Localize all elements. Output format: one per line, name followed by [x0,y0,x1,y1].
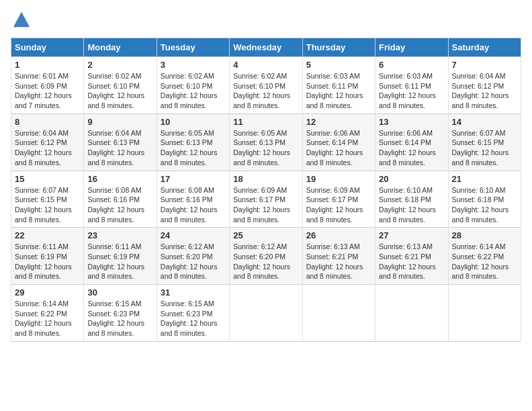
day-number: 25 [233,230,298,240]
calendar-cell: 12 Sunrise: 6:06 AM Sunset: 6:14 PM Dayl… [302,113,375,171]
day-number: 28 [452,230,517,240]
calendar-week-row: 15 Sunrise: 6:07 AM Sunset: 6:15 PM Dayl… [11,171,521,228]
calendar-cell: 18 Sunrise: 6:09 AM Sunset: 6:17 PM Dayl… [230,171,302,228]
calendar-cell: 20 Sunrise: 6:10 AM Sunset: 6:18 PM Dayl… [375,171,448,228]
day-info: Sunrise: 6:13 AM Sunset: 6:21 PM Dayligh… [306,242,371,281]
calendar-cell: 17 Sunrise: 6:08 AM Sunset: 6:16 PM Dayl… [157,171,229,228]
day-number: 18 [233,174,298,184]
day-number: 14 [452,117,517,127]
day-info: Sunrise: 6:12 AM Sunset: 6:20 PM Dayligh… [161,242,226,281]
day-info: Sunrise: 6:09 AM Sunset: 6:17 PM Dayligh… [233,185,298,225]
calendar-cell [375,285,448,342]
day-info: Sunrise: 6:06 AM Sunset: 6:14 PM Dayligh… [306,128,371,168]
calendar-week-row: 8 Sunrise: 6:04 AM Sunset: 6:12 PM Dayli… [11,113,521,171]
calendar-cell: 23 Sunrise: 6:11 AM Sunset: 6:19 PM Dayl… [84,228,157,285]
day-number: 9 [87,117,152,127]
calendar-cell: 5 Sunrise: 6:03 AM Sunset: 6:11 PM Dayli… [302,57,375,114]
col-header-monday: Monday [84,38,157,57]
col-header-friday: Friday [375,38,448,57]
day-info: Sunrise: 6:08 AM Sunset: 6:16 PM Dayligh… [87,185,152,225]
col-header-thursday: Thursday [302,38,375,57]
calendar-cell: 28 Sunrise: 6:14 AM Sunset: 6:22 PM Dayl… [448,228,521,285]
calendar-cell: 30 Sunrise: 6:15 AM Sunset: 6:23 PM Dayl… [84,285,157,342]
calendar-cell: 10 Sunrise: 6:05 AM Sunset: 6:13 PM Dayl… [157,113,229,171]
day-info: Sunrise: 6:11 AM Sunset: 6:19 PM Dayligh… [15,242,80,281]
day-number: 31 [161,287,226,298]
col-header-saturday: Saturday [448,38,521,57]
day-number: 17 [161,174,226,184]
day-number: 30 [87,287,152,298]
day-number: 24 [161,230,226,240]
calendar-cell: 27 Sunrise: 6:13 AM Sunset: 6:21 PM Dayl… [375,228,448,285]
day-number: 22 [15,230,80,240]
calendar-cell: 7 Sunrise: 6:04 AM Sunset: 6:12 PM Dayli… [448,57,521,114]
day-info: Sunrise: 6:10 AM Sunset: 6:18 PM Dayligh… [452,185,517,225]
calendar-week-row: 1 Sunrise: 6:01 AM Sunset: 6:09 PM Dayli… [11,57,521,114]
day-number: 15 [15,174,80,184]
day-info: Sunrise: 6:01 AM Sunset: 6:09 PM Dayligh… [15,71,80,111]
day-number: 12 [306,117,371,127]
calendar-cell: 19 Sunrise: 6:09 AM Sunset: 6:17 PM Dayl… [302,171,375,228]
calendar-week-row: 22 Sunrise: 6:11 AM Sunset: 6:19 PM Dayl… [11,228,521,285]
day-number: 11 [233,117,298,127]
day-number: 27 [379,230,444,240]
day-info: Sunrise: 6:14 AM Sunset: 6:22 PM Dayligh… [15,299,80,338]
calendar-cell [230,285,302,342]
calendar-cell: 6 Sunrise: 6:03 AM Sunset: 6:11 PM Dayli… [375,57,448,114]
day-number: 6 [379,60,444,70]
day-info: Sunrise: 6:09 AM Sunset: 6:17 PM Dayligh… [306,185,371,225]
calendar-cell: 26 Sunrise: 6:13 AM Sunset: 6:21 PM Dayl… [302,228,375,285]
calendar-header-row: SundayMondayTuesdayWednesdayThursdayFrid… [11,38,521,57]
calendar-cell: 2 Sunrise: 6:02 AM Sunset: 6:10 PM Dayli… [84,57,157,114]
calendar-cell: 15 Sunrise: 6:07 AM Sunset: 6:15 PM Dayl… [11,171,84,228]
day-number: 8 [15,117,80,127]
day-info: Sunrise: 6:10 AM Sunset: 6:18 PM Dayligh… [379,185,444,225]
day-number: 20 [379,174,444,184]
day-info: Sunrise: 6:03 AM Sunset: 6:11 PM Dayligh… [379,71,444,111]
day-info: Sunrise: 6:02 AM Sunset: 6:10 PM Dayligh… [161,71,226,111]
day-number: 1 [15,60,80,70]
day-info: Sunrise: 6:07 AM Sunset: 6:15 PM Dayligh… [452,128,517,168]
calendar-cell: 3 Sunrise: 6:02 AM Sunset: 6:10 PM Dayli… [157,57,229,114]
calendar-cell: 21 Sunrise: 6:10 AM Sunset: 6:18 PM Dayl… [448,171,521,228]
day-number: 21 [452,174,517,184]
day-info: Sunrise: 6:03 AM Sunset: 6:11 PM Dayligh… [306,71,371,111]
day-number: 26 [306,230,371,240]
calendar-cell: 13 Sunrise: 6:06 AM Sunset: 6:14 PM Dayl… [375,113,448,171]
day-number: 29 [15,287,80,298]
calendar-cell: 22 Sunrise: 6:11 AM Sunset: 6:19 PM Dayl… [11,228,84,285]
day-info: Sunrise: 6:02 AM Sunset: 6:10 PM Dayligh… [87,71,152,111]
calendar-cell: 24 Sunrise: 6:12 AM Sunset: 6:20 PM Dayl… [157,228,229,285]
day-number: 7 [452,60,517,70]
day-info: Sunrise: 6:12 AM Sunset: 6:20 PM Dayligh… [233,242,298,281]
col-header-sunday: Sunday [11,38,84,57]
col-header-wednesday: Wednesday [230,38,302,57]
calendar-cell: 25 Sunrise: 6:12 AM Sunset: 6:20 PM Dayl… [230,228,302,285]
day-number: 10 [161,117,226,127]
day-number: 23 [87,230,152,240]
day-info: Sunrise: 6:08 AM Sunset: 6:16 PM Dayligh… [161,185,226,225]
day-number: 13 [379,117,444,127]
day-info: Sunrise: 6:04 AM Sunset: 6:12 PM Dayligh… [452,71,517,111]
calendar-cell: 29 Sunrise: 6:14 AM Sunset: 6:22 PM Dayl… [11,285,84,342]
day-number: 3 [161,60,226,70]
day-number: 16 [87,174,152,184]
day-info: Sunrise: 6:15 AM Sunset: 6:23 PM Dayligh… [87,299,152,338]
day-number: 19 [306,174,371,184]
day-info: Sunrise: 6:11 AM Sunset: 6:19 PM Dayligh… [87,242,152,281]
calendar-cell: 14 Sunrise: 6:07 AM Sunset: 6:15 PM Dayl… [448,113,521,171]
calendar-cell: 1 Sunrise: 6:01 AM Sunset: 6:09 PM Dayli… [11,57,84,114]
calendar-table: SundayMondayTuesdayWednesdayThursdayFrid… [11,38,521,342]
calendar-cell: 4 Sunrise: 6:02 AM Sunset: 6:10 PM Dayli… [230,57,302,114]
calendar-cell: 31 Sunrise: 6:15 AM Sunset: 6:23 PM Dayl… [157,285,229,342]
day-info: Sunrise: 6:04 AM Sunset: 6:12 PM Dayligh… [15,128,80,168]
day-info: Sunrise: 6:07 AM Sunset: 6:15 PM Dayligh… [15,185,80,225]
svg-marker-0 [13,12,30,27]
calendar-week-row: 29 Sunrise: 6:14 AM Sunset: 6:22 PM Dayl… [11,285,521,342]
calendar-cell [448,285,521,342]
day-info: Sunrise: 6:04 AM Sunset: 6:13 PM Dayligh… [87,128,152,168]
day-info: Sunrise: 6:13 AM Sunset: 6:21 PM Dayligh… [379,242,444,281]
calendar-cell: 9 Sunrise: 6:04 AM Sunset: 6:13 PM Dayli… [84,113,157,171]
day-info: Sunrise: 6:05 AM Sunset: 6:13 PM Dayligh… [233,128,298,168]
day-number: 5 [306,60,371,70]
